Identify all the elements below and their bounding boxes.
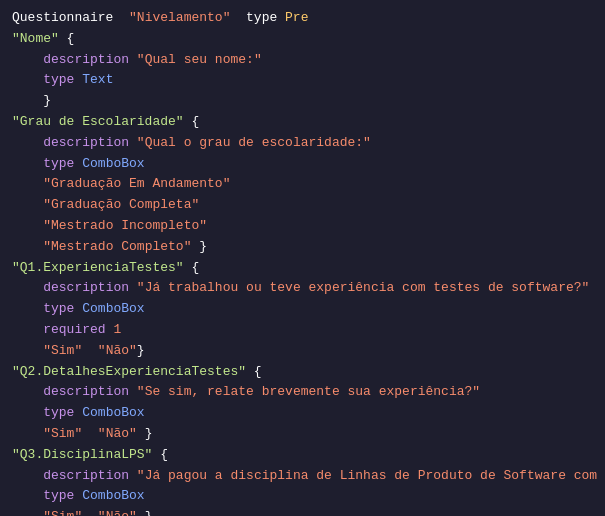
- code-editor: Questionnaire "Nivelamento" type Pre "No…: [0, 0, 605, 516]
- code-line: "Graduação Completa": [12, 195, 593, 216]
- token: [12, 197, 43, 212]
- token: "Graduação Em Andamento": [43, 176, 230, 191]
- token: ComboBox: [82, 405, 144, 420]
- code-line: "Sim" "Não" }: [12, 424, 593, 445]
- token: "Qual o grau de escolaridade:": [137, 135, 371, 150]
- token: [12, 405, 43, 420]
- token: description: [43, 384, 129, 399]
- code-line: Questionnaire "Nivelamento" type Pre: [12, 8, 593, 29]
- code-line: "Grau de Escolaridade" {: [12, 112, 593, 133]
- token: }: [137, 509, 153, 516]
- token: "Q1.ExperienciaTestes": [12, 260, 184, 275]
- token: ComboBox: [82, 488, 144, 503]
- code-line: "Q2.DetalhesExperienciaTestes" {: [12, 362, 593, 383]
- code-line: "Graduação Em Andamento": [12, 174, 593, 195]
- code-line: "Q1.ExperienciaTestes" {: [12, 258, 593, 279]
- token: "Sim": [43, 343, 82, 358]
- token: {: [184, 114, 200, 129]
- token: [12, 239, 43, 254]
- token: Text: [82, 72, 113, 87]
- token: {: [152, 447, 168, 462]
- token: [82, 509, 98, 516]
- token: [12, 176, 43, 191]
- code-line: type ComboBox: [12, 486, 593, 507]
- code-line: description "Qual o grau de escolaridade…: [12, 133, 593, 154]
- token: ComboBox: [82, 301, 144, 316]
- token: "Graduação Completa": [43, 197, 199, 212]
- token: "Já pagou a disciplina de Linhas de Prod…: [137, 468, 605, 483]
- token: "Sim": [43, 509, 82, 516]
- token: {: [184, 260, 200, 275]
- token: "Não": [98, 343, 137, 358]
- token: [12, 218, 43, 233]
- token: [12, 322, 43, 337]
- token: [12, 488, 43, 503]
- token: "Q2.DetalhesExperienciaTestes": [12, 364, 246, 379]
- token: required: [43, 322, 105, 337]
- code-line: "Nome" {: [12, 29, 593, 50]
- token: [82, 343, 98, 358]
- code-line: type Text: [12, 70, 593, 91]
- code-line: description "Já pagou a disciplina de Li…: [12, 466, 593, 487]
- code-content: Questionnaire "Nivelamento" type Pre "No…: [12, 8, 593, 516]
- token: [129, 135, 137, 150]
- token: [129, 280, 137, 295]
- token: }: [137, 426, 153, 441]
- code-line: "Sim" "Não" }: [12, 507, 593, 516]
- token: [12, 509, 43, 516]
- token: "Grau de Escolaridade": [12, 114, 184, 129]
- token: "Não": [98, 426, 137, 441]
- token: [12, 343, 43, 358]
- token: [12, 156, 43, 171]
- token: [129, 52, 137, 67]
- token: [12, 135, 43, 150]
- token: type: [43, 488, 74, 503]
- token: "Mestrado Incompleto": [43, 218, 207, 233]
- token: description: [43, 468, 129, 483]
- code-line: required 1: [12, 320, 593, 341]
- token: [12, 72, 43, 87]
- token: description: [43, 280, 129, 295]
- code-line: "Q3.DisciplinaLPS" {: [12, 445, 593, 466]
- token: "Sim": [43, 426, 82, 441]
- token: }: [191, 239, 207, 254]
- token: type: [230, 10, 285, 25]
- token: }: [137, 343, 145, 358]
- token: "Já trabalhou ou teve experiência com te…: [137, 280, 589, 295]
- code-line: description "Já trabalhou ou teve experi…: [12, 278, 593, 299]
- token: Pre: [285, 10, 308, 25]
- token: "Se sim, relate brevemente sua experiênc…: [137, 384, 480, 399]
- token: "Qual seu nome:": [137, 52, 262, 67]
- token: }: [12, 93, 51, 108]
- token: description: [43, 52, 129, 67]
- token: [129, 384, 137, 399]
- code-line: "Sim" "Não"}: [12, 341, 593, 362]
- token: ComboBox: [82, 156, 144, 171]
- token: type: [43, 301, 74, 316]
- token: description: [43, 135, 129, 150]
- token: [12, 301, 43, 316]
- token: type: [43, 156, 74, 171]
- token: type: [43, 405, 74, 420]
- token: "Não": [98, 509, 137, 516]
- code-line: "Mestrado Completo" }: [12, 237, 593, 258]
- token: [12, 52, 43, 67]
- token: type: [43, 72, 74, 87]
- code-line: type ComboBox: [12, 154, 593, 175]
- token: [12, 384, 43, 399]
- token: [12, 468, 43, 483]
- token: "Q3.DisciplinaLPS": [12, 447, 152, 462]
- token: [12, 426, 43, 441]
- token: {: [59, 31, 75, 46]
- token: Questionnaire: [12, 10, 129, 25]
- code-line: "Mestrado Incompleto": [12, 216, 593, 237]
- token: 1: [113, 322, 121, 337]
- code-line: description "Se sim, relate brevemente s…: [12, 382, 593, 403]
- code-line: description "Qual seu nome:": [12, 50, 593, 71]
- token: "Nivelamento": [129, 10, 230, 25]
- token: [82, 426, 98, 441]
- token: "Mestrado Completo": [43, 239, 191, 254]
- code-line: }: [12, 91, 593, 112]
- code-line: type ComboBox: [12, 299, 593, 320]
- token: [129, 468, 137, 483]
